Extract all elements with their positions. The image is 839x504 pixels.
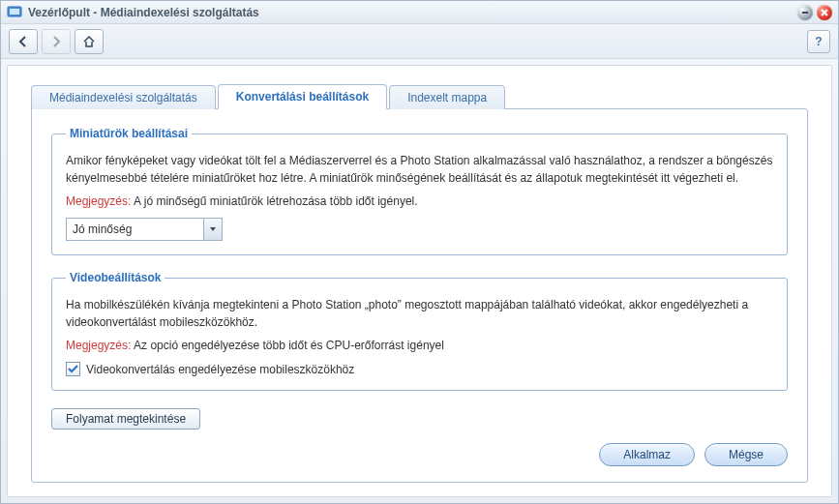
select-value: Jó minőség — [67, 222, 132, 236]
video-note: Megjegyzés: Az opció engedélyezése több … — [66, 339, 773, 352]
thumbnails-legend: Miniatűrök beállításai — [66, 127, 192, 140]
tab-panel: Miniatűrök beállításai Amikor fényképeke… — [31, 108, 808, 483]
window-title: Vezérlőpult - Médiaindexelési szolgáltat… — [28, 6, 259, 19]
tab-label: Konvertálási beállítások — [236, 90, 369, 104]
tab-conversion-settings[interactable]: Konvertálási beállítások — [218, 84, 387, 109]
tab-label: Indexelt mappa — [407, 91, 487, 104]
titlebar: Vezérlőpult - Médiaindexelési szolgáltat… — [1, 1, 838, 24]
help-button[interactable]: ? — [807, 30, 830, 53]
thumbnail-quality-select[interactable]: Jó minőség — [66, 218, 223, 241]
svg-rect-1 — [10, 9, 19, 15]
tabstrip: Médiaindexelési szolgáltatás Konvertálás… — [31, 83, 808, 108]
back-button[interactable] — [9, 29, 38, 54]
app-icon — [7, 5, 22, 20]
thumbnails-group: Miniatűrök beállításai Amikor fényképeke… — [51, 127, 788, 255]
note-text: Az opció engedélyezése több időt és CPU-… — [134, 339, 444, 352]
note-label: Megjegyzés: — [66, 339, 131, 352]
close-button[interactable] — [817, 5, 832, 20]
tab-indexed-folder[interactable]: Indexelt mappa — [389, 85, 505, 109]
forward-button[interactable] — [42, 29, 71, 54]
apply-button[interactable]: Alkalmaz — [599, 443, 695, 466]
video-convert-label: Videokonvertálás engedélyezése mobileszk… — [86, 363, 354, 376]
tab-media-indexing[interactable]: Médiaindexelési szolgáltatás — [31, 85, 216, 109]
tab-label: Médiaindexelési szolgáltatás — [49, 91, 197, 104]
note-label: Megjegyzés: — [66, 194, 131, 208]
content-area: Médiaindexelési szolgáltatás Konvertálás… — [7, 65, 832, 497]
thumbnails-note: Megjegyzés: A jó minőségű miniatűrök lét… — [66, 194, 773, 208]
window: Vezérlőpult - Médiaindexelési szolgáltat… — [0, 0, 839, 504]
video-group: Videobeállítások Ha mobilkészülékén kívá… — [51, 271, 788, 391]
home-button[interactable] — [75, 29, 104, 54]
video-convert-checkbox[interactable] — [66, 362, 80, 376]
note-text: A jó minőségű miniatűrök létrehozása töb… — [134, 194, 418, 208]
video-legend: Videobeállítások — [66, 271, 165, 284]
video-desc: Ha mobilkészülékén kívánja megtekinteni … — [66, 296, 773, 331]
thumbnails-desc: Amikor fényképeket vagy videókat tölt fe… — [66, 152, 773, 187]
chevron-down-icon — [203, 219, 222, 240]
view-process-button[interactable]: Folyamat megtekintése — [51, 408, 200, 430]
cancel-button[interactable]: Mégse — [704, 443, 788, 466]
video-convert-checkbox-row: Videokonvertálás engedélyezése mobileszk… — [66, 362, 773, 376]
minimize-button[interactable] — [797, 5, 813, 20]
footer-buttons: Alkalmaz Mégse — [51, 430, 788, 466]
toolbar: ? — [1, 24, 838, 59]
